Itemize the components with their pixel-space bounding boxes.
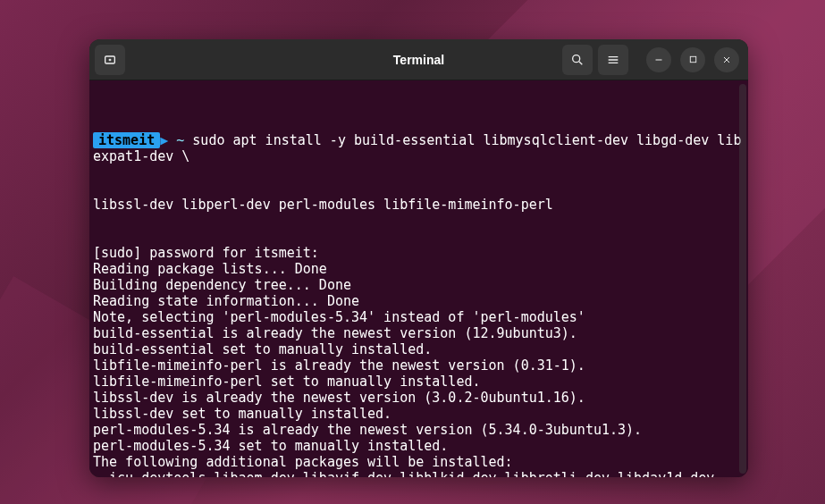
scrollbar[interactable] [739, 84, 746, 474]
output-line: perl-modules-5.34 is already the newest … [91, 422, 743, 438]
new-tab-icon [103, 53, 117, 67]
minimize-button[interactable] [646, 47, 671, 72]
output-line: libfile-mimeinfo-perl is already the new… [91, 357, 743, 374]
prompt-path: ~ [176, 132, 184, 148]
output-line: Note, selecting 'perl-modules-5.34' inst… [91, 309, 743, 325]
output-line: perl-modules-5.34 set to manually instal… [91, 438, 743, 454]
titlebar: Terminal [89, 39, 748, 80]
search-button[interactable] [562, 45, 593, 75]
prompt-line: itsmeit▶ ~ sudo apt install -y build-ess… [91, 132, 743, 164]
menu-button[interactable] [598, 45, 628, 75]
command-continuation: libssl-dev libperl-dev perl-modules libf… [91, 197, 743, 213]
new-tab-button[interactable] [95, 45, 125, 75]
command-output: [sudo] password for itsmeit:Reading pack… [91, 245, 743, 477]
output-line: [sudo] password for itsmeit: [91, 245, 743, 261]
output-line: libfile-mimeinfo-perl set to manually in… [91, 374, 743, 390]
minimize-icon [653, 55, 664, 65]
output-line: Reading package lists... Done [91, 261, 743, 277]
output-line: libssl-dev set to manually installed. [91, 406, 743, 422]
maximize-icon [688, 55, 698, 64]
output-line: Building dependency tree... Done [91, 277, 743, 293]
hamburger-icon [606, 53, 620, 67]
output-line: icu-devtools libaom-dev libavif-dev libb… [91, 470, 743, 477]
terminal-output-area[interactable]: itsmeit▶ ~ sudo apt install -y build-ess… [89, 80, 748, 477]
svg-rect-2 [690, 56, 695, 62]
command-text: sudo apt install -y build-essential libm… [93, 132, 741, 164]
maximize-button[interactable] [680, 47, 705, 72]
window-title: Terminal [393, 53, 444, 67]
terminal-window: Terminal [89, 39, 748, 477]
output-line: libssl-dev is already the newest version… [91, 390, 743, 406]
prompt-separator-icon: ▶ [160, 132, 168, 148]
output-line: build-essential set to manually installe… [91, 341, 743, 357]
search-icon [570, 53, 585, 67]
output-line: Reading state information... Done [91, 293, 743, 309]
prompt-user-host: itsmeit [93, 132, 160, 148]
close-icon [721, 55, 732, 65]
output-line: build-essential is already the newest ve… [91, 325, 743, 341]
output-line: The following additional packages will b… [91, 454, 743, 470]
svg-point-1 [573, 55, 580, 62]
close-button[interactable] [714, 47, 739, 72]
